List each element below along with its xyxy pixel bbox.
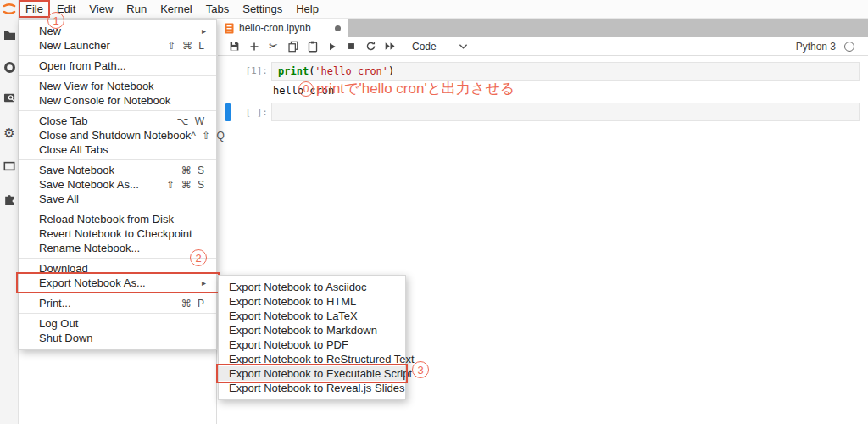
menu-item-download[interactable]: Download xyxy=(19,261,216,276)
tab-bar: hello-cron.ipynb xyxy=(218,19,868,37)
menu-separator xyxy=(19,159,216,160)
circled-zero: 0 xyxy=(298,81,314,97)
menu-item-revert-checkpoint[interactable]: Revert Notebook to Checkpoint xyxy=(19,226,216,241)
menu-item-close-all-tabs[interactable]: Close All Tabs xyxy=(19,142,216,157)
notebook-file-icon xyxy=(225,23,234,34)
extension-manager-icon[interactable] xyxy=(0,191,19,209)
scissors-icon: ✂ xyxy=(269,40,278,53)
gear-icon: ⚙ xyxy=(3,126,14,139)
shortcut-label: ⌘ P xyxy=(181,298,206,310)
restart-kernel-button[interactable] xyxy=(361,37,381,56)
menu-item-rename-notebook[interactable]: Rename Notebook... xyxy=(19,241,216,255)
menu-separator xyxy=(19,55,216,56)
annotation-step0: 0 printで'hello cron'と出力させる xyxy=(298,79,515,98)
submenu-item-restructured-text[interactable]: Export Notebook to ReStructured Text xyxy=(219,352,405,366)
menu-item-new[interactable]: New▸ xyxy=(19,24,216,38)
cut-cell-button[interactable]: ✂ xyxy=(264,37,283,56)
submenu-arrow-icon: ▸ xyxy=(202,278,206,287)
code-keyword: print xyxy=(278,65,309,77)
open-tabs-icon[interactable] xyxy=(0,157,19,176)
jupyterlab-window: ⚙ File Edit View Run Kernel Tabs Setting… xyxy=(0,0,868,424)
shortcut-label: ⌘ S xyxy=(181,165,206,176)
code-paren-open: ( xyxy=(309,65,314,77)
menu-run[interactable]: Run xyxy=(120,0,153,18)
menu-item-close-tab[interactable]: Close Tab⌥ W xyxy=(19,114,216,128)
cell2-input[interactable] xyxy=(271,103,860,121)
menu-help[interactable]: Help xyxy=(289,0,326,18)
menu-separator xyxy=(19,75,216,76)
menu-separator xyxy=(19,293,216,293)
submenu-item-html[interactable]: Export Notebook to HTML xyxy=(219,294,405,309)
menu-item-shut-down[interactable]: Shut Down xyxy=(19,331,216,345)
left-activity-bar: ⚙ xyxy=(0,0,19,424)
menu-bar: File Edit View Run Kernel Tabs Settings … xyxy=(19,0,868,19)
shortcut-label: ⌥ W xyxy=(177,115,207,127)
cell-type-dropdown[interactable]: Code xyxy=(412,41,468,53)
paste-cell-button[interactable] xyxy=(303,37,322,56)
unsaved-changes-dot[interactable] xyxy=(335,25,341,31)
file-menu-dropdown: New▸ New Launcher⇧ ⌘ L Open from Path...… xyxy=(19,19,217,350)
menu-edit[interactable]: Edit xyxy=(50,0,82,18)
copy-cell-button[interactable] xyxy=(283,37,303,56)
kernel-indicator[interactable]: Python 3 xyxy=(796,41,854,53)
menu-item-save-notebook-as[interactable]: Save Notebook As...⇧ ⌘ S xyxy=(19,177,216,192)
menu-item-log-out[interactable]: Log Out xyxy=(19,316,216,331)
menu-item-new-launcher[interactable]: New Launcher⇧ ⌘ L xyxy=(19,38,216,53)
save-button[interactable] xyxy=(225,37,244,56)
shortcut-label: ⇧ ⌘ S xyxy=(166,179,206,191)
kernel-name: Python 3 xyxy=(796,41,836,53)
menu-item-new-view[interactable]: New View for Notebook xyxy=(19,79,216,93)
menu-view[interactable]: View xyxy=(82,0,120,18)
shortcut-label: ^ ⇧ Q xyxy=(191,130,226,142)
kernel-status-icon xyxy=(844,42,854,52)
menu-item-open-from-path[interactable]: Open from Path... xyxy=(19,59,216,73)
menu-separator xyxy=(19,110,216,111)
code-paren-close: ) xyxy=(388,65,394,77)
annotation-step0-text: printで'hello cron'と出力させる xyxy=(316,79,515,98)
menu-kernel[interactable]: Kernel xyxy=(153,0,199,18)
submenu-item-pdf[interactable]: Export Notebook to PDF xyxy=(219,338,405,352)
cell-type-value: Code xyxy=(412,41,437,53)
cell2-prompt: [ ]: xyxy=(242,107,268,118)
file-browser-icon[interactable] xyxy=(0,25,19,44)
cell1-input[interactable]: print('hello cron') xyxy=(271,62,860,81)
submenu-item-executable-script[interactable]: Export Notebook to Executable Script xyxy=(219,366,405,381)
menu-item-save-all[interactable]: Save All xyxy=(19,192,216,206)
command-palette-icon[interactable] xyxy=(0,89,19,108)
menu-item-print[interactable]: Print...⌘ P xyxy=(19,296,216,310)
active-cell-indicator xyxy=(225,103,231,121)
menu-item-reload-from-disk[interactable]: Reload Notebook from Disk xyxy=(19,212,216,226)
notebook-toolbar: ✂ Code Py xyxy=(218,37,868,56)
submenu-item-asciidoc[interactable]: Export Notebook to Asciidoc xyxy=(219,280,405,294)
menu-separator xyxy=(19,258,216,259)
shortcut-label: ⇧ ⌘ L xyxy=(168,40,206,52)
submenu-item-latex[interactable]: Export Notebook to LaTeX xyxy=(219,309,405,323)
submenu-item-revealjs-slides[interactable]: Export Notebook to Reveal.js Slides xyxy=(219,381,405,395)
menu-item-close-shutdown[interactable]: Close and Shutdown Notebook^ ⇧ Q xyxy=(19,128,216,142)
jupyter-logo-icon xyxy=(1,2,18,17)
menu-item-export-notebook-as[interactable]: Export Notebook As...▸ xyxy=(19,276,216,290)
export-submenu: Export Notebook to Asciidoc Export Noteb… xyxy=(218,275,406,400)
submenu-arrow-icon: ▸ xyxy=(202,26,206,36)
chevron-down-icon xyxy=(459,43,468,50)
menu-settings[interactable]: Settings xyxy=(236,0,289,18)
tab-hello-cron[interactable]: hello-cron.ipynb xyxy=(218,19,348,37)
run-all-cells-button[interactable] xyxy=(381,37,400,56)
property-inspector-icon[interactable]: ⚙ xyxy=(0,123,19,142)
menu-file[interactable]: File xyxy=(19,0,50,18)
tab-title: hello-cron.ipynb xyxy=(239,22,311,34)
menu-separator xyxy=(19,313,216,314)
cell1-prompt: [1]: xyxy=(242,65,268,76)
menu-item-new-console[interactable]: New Console for Notebook xyxy=(19,93,216,108)
submenu-item-markdown[interactable]: Export Notebook to Markdown xyxy=(219,323,405,338)
menu-separator xyxy=(19,209,216,209)
run-cell-button[interactable] xyxy=(322,37,342,56)
code-string: 'hello cron' xyxy=(314,65,388,77)
menu-item-save-notebook[interactable]: Save Notebook⌘ S xyxy=(19,163,216,177)
add-cell-button[interactable] xyxy=(244,37,264,56)
menu-tabs[interactable]: Tabs xyxy=(199,0,236,18)
running-sessions-icon[interactable] xyxy=(0,58,19,76)
stop-kernel-button[interactable] xyxy=(342,37,361,56)
